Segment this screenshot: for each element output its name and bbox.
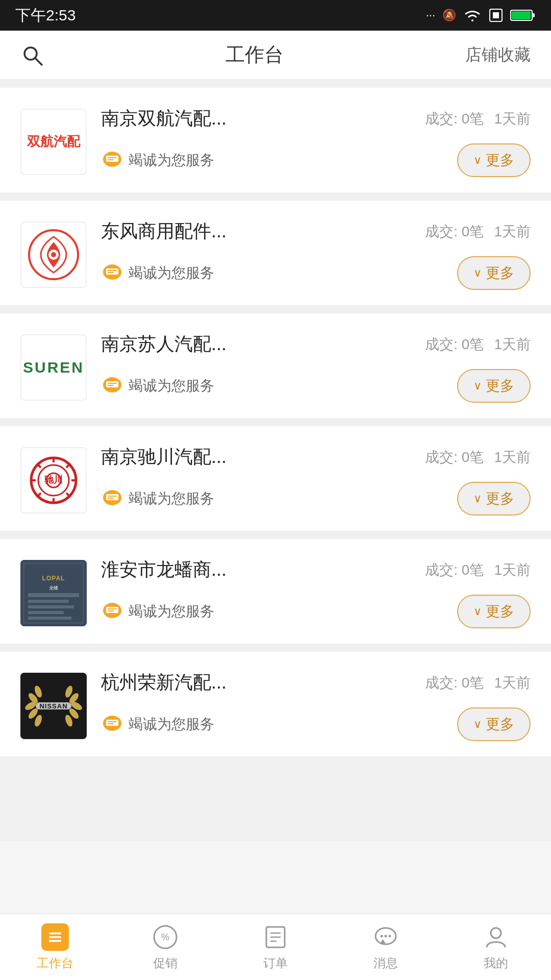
status-bar: 下午2:53 ··· 🔕 [0,0,551,31]
store-logo-4: 驰川 [20,447,87,513]
svg-rect-76 [108,723,114,724]
store-name-4: 南京驰川汽配... [101,445,227,470]
store-service-4: 竭诚为您服务 [129,489,214,508]
nav-item-messages[interactable]: 消息 [331,923,441,971]
svg-point-89 [385,935,387,937]
store-deals-4: 成交: 0笔 [425,448,484,467]
page-title: 工作台 [226,42,284,68]
svg-rect-9 [108,157,117,158]
svg-text:LOPAL: LOPAL [42,575,65,582]
store-deals-2: 成交: 0笔 [425,222,484,241]
store-list: 双航汽配 南京双航汽配... 成交: 0笔 1天前 [0,80,551,841]
svg-point-14 [51,252,56,257]
svg-point-5 [24,47,37,60]
nav-item-promotion[interactable]: % 促销 [110,923,220,971]
wifi-icon [463,8,482,22]
svg-rect-10 [108,159,114,160]
store-card-6: NISSAN 杭州荣新汽配... [0,652,551,756]
store-time-4: 1天前 [494,448,531,467]
svg-rect-18 [108,272,114,273]
store-service-6: 竭诚为您服务 [129,715,214,734]
status-icons: ··· 🔕 [426,8,536,22]
svg-rect-51 [28,617,71,620]
bottom-nav: 工作台 % 促销 订单 [0,914,551,980]
svg-point-90 [389,935,391,937]
profile-label: 我的 [484,955,508,971]
svg-rect-54 [108,608,117,609]
svg-rect-38 [106,494,118,500]
store-time-6: 1天前 [494,673,531,693]
search-icon[interactable] [20,43,44,67]
store-card-3: SUREN 南京苏人汽配... 成交: 0笔 1天前 [0,313,551,418]
svg-rect-53 [106,607,118,613]
store-service-3: 竭诚为您服务 [129,376,214,396]
more-button-6[interactable]: ∨ 更多 [457,707,531,741]
store-name-2: 东风商用配件... [101,219,227,244]
signal-icon: ··· [426,9,435,22]
store-deals-1: 成交: 0笔 [425,109,484,129]
store-name-5: 淮安市龙蟠商... [101,557,227,582]
svg-line-6 [36,59,42,65]
chat-icon-3 [101,375,123,397]
orders-label: 订单 [263,955,288,971]
store-service-1: 竭诚为您服务 [129,151,214,170]
svg-text:NISSAN: NISSAN [39,702,67,710]
svg-rect-17 [108,270,117,271]
store-name-3: 南京苏人汽配... [101,332,227,357]
chat-icon-4 [101,487,123,510]
chat-icon-6 [101,713,123,736]
svg-rect-40 [108,498,114,499]
nav-item-orders[interactable]: 订单 [220,923,331,971]
svg-rect-80 [49,940,61,942]
store-logo-5: LOPAL 龙蟠 [20,560,87,626]
svg-rect-23 [108,385,114,386]
svg-line-34 [37,493,41,497]
svg-rect-55 [108,610,114,611]
svg-rect-1 [493,12,499,18]
store-deals-3: 成交: 0笔 [425,335,484,354]
svg-point-88 [381,935,383,937]
svg-rect-78 [49,932,61,934]
bell-icon: 🔕 [442,9,456,22]
promotion-icon: % [152,923,179,951]
svg-line-32 [66,493,70,497]
svg-rect-75 [108,721,117,722]
store-favorites-button[interactable]: 店铺收藏 [465,44,531,66]
svg-text:龙蟠: 龙蟠 [49,585,58,591]
svg-line-33 [66,463,70,468]
more-button-1[interactable]: ∨ 更多 [457,143,531,177]
svg-rect-21 [106,381,118,387]
nav-item-profile[interactable]: 我的 [441,923,551,971]
more-button-5[interactable]: ∨ 更多 [457,595,531,628]
store-time-5: 1天前 [494,560,531,580]
chat-icon-2 [101,262,123,284]
more-button-2[interactable]: ∨ 更多 [457,256,531,290]
sim-icon [489,8,503,22]
store-card-1: 双航汽配 南京双航汽配... 成交: 0笔 1天前 [0,88,551,192]
messages-icon [372,923,399,951]
profile-icon [482,923,510,951]
svg-rect-47 [28,593,79,597]
more-button-3[interactable]: ∨ 更多 [457,369,531,403]
store-name-6: 杭州荣新汽配... [101,670,227,695]
svg-point-92 [491,928,501,938]
store-service-2: 竭诚为您服务 [129,263,214,283]
store-time-2: 1天前 [494,222,531,241]
svg-rect-16 [106,268,118,275]
messages-label: 消息 [373,955,398,971]
svg-text:%: % [161,932,169,942]
store-card-5: LOPAL 龙蟠 淮安市龙蟠商... 成交: 0笔 1天前 [0,539,551,644]
store-time-3: 1天前 [494,335,531,354]
orders-icon [262,923,289,951]
svg-rect-22 [108,383,117,384]
more-button-4[interactable]: ∨ 更多 [457,482,531,516]
store-service-5: 竭诚为您服务 [129,602,214,621]
nav-item-workbench[interactable]: 工作台 [0,923,110,971]
svg-marker-91 [381,939,386,943]
svg-rect-3 [532,13,535,17]
store-logo-6: NISSAN [20,673,87,739]
store-deals-5: 成交: 0笔 [425,560,484,580]
workbench-icon [41,923,69,951]
store-name-1: 南京双航汽配... [101,106,227,131]
chat-icon-1 [101,149,123,172]
